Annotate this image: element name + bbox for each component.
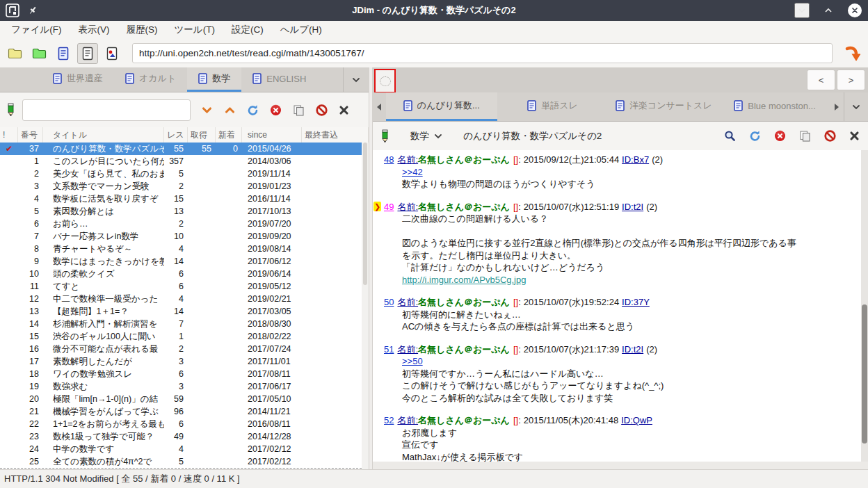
- post-anchor-link[interactable]: >>50: [402, 356, 423, 366]
- table-row[interactable]: 19数強求む32017/06/17: [0, 380, 362, 393]
- minimize-button[interactable]: [794, 3, 810, 18]
- column-header[interactable]: 番号: [18, 127, 43, 143]
- scrollbar-thumb[interactable]: [363, 143, 367, 285]
- post-name-label-link[interactable]: 名前:: [397, 154, 418, 165]
- table-row[interactable]: 6お前ら…22019/07/20: [0, 218, 362, 230]
- search-prev-button[interactable]: [223, 103, 237, 117]
- write-post-button[interactable]: [380, 129, 390, 143]
- thread-tab[interactable]: のんびり算数...: [386, 92, 497, 121]
- table-row[interactable]: 9数学にはまったきっかけを教142017/06/12: [0, 255, 362, 268]
- post-number-link[interactable]: 49: [384, 202, 394, 212]
- url-input[interactable]: [132, 43, 833, 63]
- post-number-link[interactable]: 50: [384, 297, 394, 307]
- table-row[interactable]: 18ワイの数学勉強スレ62017/08/11: [0, 368, 362, 380]
- table-row[interactable]: ✔37のんびり算数・数学パズルそ555502015/04/26: [0, 143, 362, 155]
- table-row[interactable]: 7バナー応募スレin数学102019/09/20: [0, 230, 362, 243]
- menu-item-2[interactable]: 履歴(S): [118, 22, 166, 38]
- post-id-link[interactable]: ID:t2I: [622, 202, 643, 212]
- column-header[interactable]: タイトル: [43, 127, 164, 143]
- board-tab[interactable]: オカルト: [114, 67, 187, 92]
- menu-item-1[interactable]: 表示(V): [70, 22, 118, 38]
- tab-scroll-left-button[interactable]: [373, 92, 386, 121]
- column-header[interactable]: 取得: [188, 127, 216, 143]
- board-select-dropdown[interactable]: 数学: [406, 127, 447, 145]
- menu-item-0[interactable]: ファイル(F): [3, 22, 70, 38]
- close-tab-button[interactable]: [337, 104, 351, 117]
- table-row[interactable]: 4数学板に活気を取り戻すぞ152016/11/14: [0, 193, 362, 205]
- stop-thread-button[interactable]: [823, 129, 837, 143]
- delete-thread-log-button[interactable]: [773, 129, 787, 143]
- column-header[interactable]: since: [242, 127, 302, 143]
- table-row[interactable]: 17素数解明したんだが32017/11/01: [0, 355, 362, 368]
- thread-list-button[interactable]: [53, 43, 74, 64]
- thread-list-scrollbar[interactable]: [362, 143, 369, 470]
- table-row[interactable]: 14杉浦解析入門・解析演習を72018/08/30: [0, 318, 362, 330]
- table-row[interactable]: 13【超難問】1＋1=？142017/03/05: [0, 305, 362, 318]
- open-url-button[interactable]: [839, 42, 865, 65]
- post-name-label-link[interactable]: 名前:: [397, 297, 418, 307]
- post-name-label-link[interactable]: 名前:: [397, 415, 418, 425]
- maximize-button[interactable]: [821, 3, 836, 18]
- table-row[interactable]: 16微分不可能な点が表れる最22017/07/24: [0, 343, 362, 355]
- column-header[interactable]: 新着: [216, 127, 242, 143]
- favorites-button[interactable]: [29, 43, 49, 64]
- table-row[interactable]: 25全ての素数の積が4π^2で52017/02/12: [0, 455, 362, 468]
- table-row[interactable]: 8青チャートやるぞ～42019/08/14: [0, 243, 362, 255]
- table-row[interactable]: 221+1=2をお前らが考える最も62016/08/11: [0, 418, 362, 430]
- menu-item-4[interactable]: 設定(C): [223, 22, 272, 38]
- table-row[interactable]: 3文系数学でマーカン受験22019/01/23: [0, 180, 362, 193]
- tab-list-dropdown-button[interactable]: [844, 92, 868, 121]
- thread-view-button[interactable]: [77, 43, 98, 64]
- menu-item-5[interactable]: ヘルプ(H): [272, 22, 330, 38]
- image-view-button[interactable]: [102, 43, 122, 64]
- post-number-link[interactable]: 48: [384, 154, 394, 165]
- reload-thread-button[interactable]: [748, 129, 762, 143]
- reload-list-button[interactable]: [246, 103, 260, 117]
- column-header[interactable]: レス: [164, 127, 188, 143]
- post-id-link[interactable]: ID:QwP: [621, 415, 652, 425]
- column-header[interactable]: !: [0, 127, 18, 143]
- post-id-link[interactable]: ID:t2I: [622, 344, 643, 355]
- post-number-link[interactable]: 51: [384, 344, 394, 355]
- post-name-label-link[interactable]: 名前:: [397, 202, 418, 212]
- stop-button[interactable]: [314, 103, 329, 117]
- copy-thread-button[interactable]: [798, 129, 812, 143]
- table-row[interactable]: 2美少女「ほら見て、私のおま52019/11/14: [0, 168, 362, 180]
- table-row[interactable]: 15渋谷のギャル100人に聞い12018/02/22: [0, 330, 362, 343]
- table-row[interactable]: 20極限「lim[n→1-0](n)」の結592017/05/10: [0, 393, 362, 405]
- board-tab[interactable]: ENGLISH: [241, 67, 317, 92]
- tab-list-dropdown-button[interactable]: [343, 67, 369, 92]
- thread-tab[interactable]: 洋楽コンサートスレ: [608, 92, 719, 121]
- search-input[interactable]: [22, 99, 191, 121]
- table-row[interactable]: 11てすと62019/05/12: [0, 280, 362, 293]
- menu-item-3[interactable]: ツール(T): [166, 22, 223, 38]
- table-row[interactable]: 12中二で数検準一級受かった42019/02/21: [0, 293, 362, 305]
- post-id-link[interactable]: ID:Bx7: [622, 154, 649, 165]
- search-next-button[interactable]: [200, 103, 214, 117]
- post-name-label-link[interactable]: 名前:: [397, 344, 418, 355]
- image-tab-thumbnail[interactable]: [374, 69, 396, 93]
- board-tab[interactable]: 数学: [187, 67, 241, 92]
- column-header[interactable]: 最終書込: [302, 127, 369, 143]
- thread-tab[interactable]: Blue moonston...: [719, 92, 830, 121]
- close-window-button[interactable]: [847, 3, 862, 18]
- write-thread-button[interactable]: [6, 103, 16, 117]
- close-thread-tab-button[interactable]: [848, 129, 861, 143]
- delete-log-button[interactable]: [268, 103, 283, 117]
- post-anchor-link[interactable]: >>42: [402, 167, 423, 177]
- search-thread-button[interactable]: [723, 129, 737, 143]
- post-number-link[interactable]: 52: [384, 415, 394, 425]
- back-button[interactable]: <: [807, 70, 835, 90]
- thread-view-scrollbar[interactable]: [861, 150, 868, 462]
- tab-scroll-right-button[interactable]: [830, 92, 844, 121]
- board-tab[interactable]: 世界遺産: [42, 67, 114, 92]
- table-row[interactable]: 10頭の柔軟クイズ62019/06/14: [0, 268, 362, 280]
- forward-button[interactable]: >: [837, 70, 865, 90]
- external-link[interactable]: http://i.imgur.com/APvb5Cg.jpg: [402, 275, 526, 285]
- copy-button[interactable]: [291, 103, 306, 117]
- table-row[interactable]: 5素因数分解とは132017/10/13: [0, 205, 362, 218]
- table-row[interactable]: 24中学の数学です42017/02/12: [0, 443, 362, 455]
- scrollbar-thumb[interactable]: [862, 304, 867, 444]
- table-row[interactable]: 23数検1級って独学で可能？492014/12/28: [0, 430, 362, 443]
- post-id-link[interactable]: ID:37Y: [622, 297, 650, 307]
